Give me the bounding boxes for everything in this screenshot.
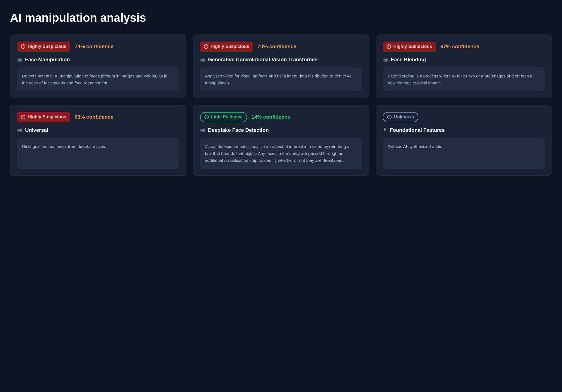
microphone-icon	[383, 128, 387, 133]
card-generative-conv: ✓ Highly Suspicious 70% confidence Gener…	[193, 35, 369, 98]
badge-suspicious-face-manipulation: ✓ Highly Suspicious	[17, 42, 70, 52]
checkmark-icon: ✓	[21, 115, 25, 119]
checkmark-icon: ✓	[204, 44, 208, 49]
badge-row-face-blending: ✓ Highly Suspicious 67% confidence	[383, 42, 545, 52]
badge-row-foundational: ? Unknown	[383, 112, 545, 122]
badge-label: Highly Suspicious	[211, 44, 249, 50]
card-title-text: Face Manipulation	[25, 56, 70, 63]
title-row-deepfake-face: Deepfake Face Detection	[200, 127, 362, 133]
title-row-foundational: Foundational Features	[383, 127, 545, 133]
checkmark-icon: ✓	[21, 44, 25, 49]
description-face-blending: Face blending is a process where AI take…	[383, 67, 545, 91]
video-icon	[383, 57, 388, 62]
badge-unknown-foundational: ? Unknown	[383, 112, 418, 122]
title-row-face-blending: Face Blending	[383, 56, 545, 63]
confidence-value: 14% confidence	[252, 114, 290, 120]
description-face-manipulation: Detects potential AI manipulation of fac…	[17, 67, 179, 91]
title-row-universal: Universal	[17, 127, 179, 133]
card-title-text: Face Blending	[391, 56, 426, 63]
badge-suspicious-generative-conv: ✓ Highly Suspicious	[200, 42, 253, 52]
card-universal: ✓ Highly Suspicious 63% confidence Unive…	[10, 105, 186, 176]
page-title: AI manipulation analysis	[10, 11, 552, 25]
confidence-value: 67% confidence	[440, 43, 479, 50]
badge-label: Little Evidence	[211, 114, 243, 120]
card-foundational: ? Unknown Foundational FeaturesDetects A…	[376, 105, 552, 176]
description-universal: Distinguishes real faces from deepfake f…	[17, 138, 179, 169]
badge-row-universal: ✓ Highly Suspicious 63% confidence	[17, 112, 179, 122]
card-face-blending: ✓ Highly Suspicious 67% confidence Face …	[376, 35, 552, 98]
badge-label: Highly Suspicious	[28, 44, 66, 50]
checkmark-icon: ✓	[204, 115, 209, 119]
video-icon	[200, 128, 205, 133]
checkmark-icon: ✓	[387, 44, 391, 49]
description-generative-conv: Analyzes video for visual artifacts and …	[200, 67, 362, 91]
description-deepfake-face: Visual detection models localize an obje…	[200, 138, 362, 169]
video-icon	[17, 128, 22, 133]
badge-row-deepfake-face: ✓ Little Evidence 14% confidence	[200, 112, 362, 122]
video-icon	[200, 57, 205, 62]
card-face-manipulation: ✓ Highly Suspicious 74% confidence Face …	[10, 35, 186, 98]
badge-row-generative-conv: ✓ Highly Suspicious 70% confidence	[200, 42, 362, 52]
title-row-face-manipulation: Face Manipulation	[17, 56, 179, 63]
confidence-value: 70% confidence	[257, 43, 296, 50]
video-icon	[17, 57, 22, 62]
confidence-value: 63% confidence	[75, 114, 114, 120]
description-foundational: Detects AI-synthesized audio.	[383, 138, 545, 169]
badge-suspicious-face-blending: ✓ Highly Suspicious	[383, 42, 436, 52]
title-row-generative-conv: Generative Convolutional Vision Transfor…	[200, 56, 362, 63]
card-title-text: Generative Convolutional Vision Transfor…	[208, 56, 318, 63]
badge-label: Highly Suspicious	[393, 44, 432, 50]
card-title-text: Deepfake Face Detection	[208, 127, 269, 133]
card-deepfake-face: ✓ Little Evidence 14% confidence Deepfak…	[193, 105, 369, 176]
card-title-text: Foundational Features	[390, 127, 445, 133]
badge-little-evidence-deepfake-face: ✓ Little Evidence	[200, 112, 247, 122]
badge-label: Unknown	[394, 114, 414, 120]
badge-suspicious-universal: ✓ Highly Suspicious	[17, 112, 70, 122]
question-icon: ?	[387, 115, 392, 119]
card-title-text: Universal	[25, 127, 48, 133]
analysis-grid: ✓ Highly Suspicious 74% confidence Face …	[10, 35, 552, 176]
badge-label: Highly Suspicious	[28, 114, 66, 120]
confidence-value: 74% confidence	[75, 43, 114, 50]
badge-row-face-manipulation: ✓ Highly Suspicious 74% confidence	[17, 42, 179, 52]
